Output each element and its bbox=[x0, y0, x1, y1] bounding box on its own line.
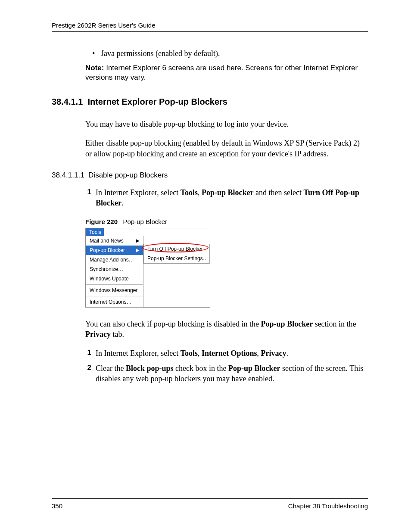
menu-item-label: Internet Options… bbox=[90, 299, 131, 305]
menu-item-internet-options[interactable]: Internet Options… bbox=[86, 297, 143, 307]
paragraph: You may have to disable pop-up blocking … bbox=[85, 119, 368, 129]
step-text: . bbox=[286, 349, 289, 358]
subsection-number: 38.4.1.1.1 bbox=[52, 171, 84, 179]
chevron-right-icon: ▶ bbox=[136, 248, 140, 252]
subsection-heading: 38.4.1.1.1 Disable pop-up Blockers bbox=[52, 171, 368, 180]
step-bold: Pop-up Blocker bbox=[202, 188, 254, 197]
step-bold: Privacy bbox=[261, 349, 286, 358]
figure-screenshot: Tools Mail and News ▶ Pop-up Blocker ▶ M… bbox=[85, 228, 210, 308]
menu-item-label: Pop-up Blocker bbox=[90, 247, 125, 253]
step-text: In Internet Explorer, select bbox=[96, 349, 181, 358]
step-text: check box in the bbox=[174, 364, 228, 373]
menu-item-label: Manage Add-ons… bbox=[90, 257, 134, 263]
menu-item-mail-news[interactable]: Mail and News ▶ bbox=[86, 236, 143, 246]
step-text: and then select bbox=[254, 188, 304, 197]
menu-item-label: Windows Messenger bbox=[90, 287, 137, 293]
chapter-label: Chapter 38 Troubleshooting bbox=[288, 502, 368, 510]
step-number: 2 bbox=[85, 363, 91, 384]
step-text: Clear the bbox=[96, 364, 126, 373]
menu-item-label: Synchronize… bbox=[90, 266, 123, 272]
figure-number: Figure 220 bbox=[85, 218, 118, 225]
menu-item-label: Turn Off Pop-up Blocker bbox=[147, 246, 203, 252]
bullet-item: • Java permissions (enabled by default). bbox=[85, 49, 368, 58]
section-number: 38.4.1.1 bbox=[52, 97, 83, 106]
menu-item-windows-update[interactable]: Windows Update bbox=[86, 274, 143, 283]
step-item: 2 Clear the Block pop-ups check box in t… bbox=[85, 363, 368, 384]
step-number: 1 bbox=[85, 348, 91, 358]
menu-item-windows-messenger[interactable]: Windows Messenger bbox=[86, 286, 143, 295]
note-label: Note: bbox=[85, 64, 104, 72]
step-body: In Internet Explorer, select Tools, Inte… bbox=[96, 348, 368, 358]
bullet-text: Java permissions (enabled by default). bbox=[101, 49, 220, 58]
menu-separator bbox=[86, 296, 143, 296]
step-bold: Tools bbox=[181, 349, 198, 358]
step-body: Clear the Block pop-ups check box in the… bbox=[96, 363, 368, 384]
paragraph: You can also check if pop-up blocking is… bbox=[85, 319, 368, 340]
page-number: 350 bbox=[52, 502, 62, 510]
page-footer: 350 Chapter 38 Troubleshooting bbox=[52, 498, 368, 510]
chevron-right-icon: ▶ bbox=[136, 238, 140, 243]
step-text: . bbox=[121, 199, 124, 207]
menu-item-manage-addons[interactable]: Manage Add-ons… bbox=[86, 255, 143, 264]
menu-item-popup-blocker[interactable]: Pop-up Blocker ▶ bbox=[86, 246, 143, 255]
menu-item-label: Mail and News bbox=[90, 238, 124, 244]
paragraph-bold: Pop-up Blocker bbox=[261, 320, 313, 328]
paragraph-bold: Privacy bbox=[85, 330, 111, 339]
figure-title: Pop-up Blocker bbox=[123, 218, 168, 225]
menu-separator bbox=[86, 284, 143, 285]
step-item: 1 In Internet Explorer, select Tools, In… bbox=[85, 348, 368, 358]
step-text: , bbox=[198, 188, 202, 197]
submenu-item-turn-off[interactable]: Turn Off Pop-up Blocker bbox=[144, 244, 209, 254]
note-block: Note: Internet Explorer 6 screens are us… bbox=[85, 63, 368, 82]
bullet-dot-icon: • bbox=[92, 49, 97, 58]
menu-item-label: Pop-up Blocker Settings… bbox=[147, 255, 208, 261]
popup-blocker-submenu: Turn Off Pop-up Blocker Pop-up Blocker S… bbox=[143, 244, 210, 264]
note-text: Internet Explorer 6 screens are used her… bbox=[85, 64, 358, 81]
step-bold: Block pop-ups bbox=[126, 364, 174, 373]
step-text: In Internet Explorer, select bbox=[96, 188, 181, 197]
step-number: 1 bbox=[85, 187, 91, 208]
section-heading: 38.4.1.1 Internet Explorer Pop-up Blocke… bbox=[52, 97, 368, 107]
paragraph: Either disable pop-up blocking (enabled … bbox=[85, 138, 368, 159]
step-item: 1 In Internet Explorer, select Tools, Po… bbox=[85, 187, 368, 208]
tools-dropdown: Mail and News ▶ Pop-up Blocker ▶ Manage … bbox=[86, 236, 143, 307]
submenu-item-settings[interactable]: Pop-up Blocker Settings… bbox=[144, 254, 209, 263]
menu-item-label: Windows Update bbox=[90, 276, 129, 282]
step-text: , bbox=[257, 349, 261, 358]
step-body: In Internet Explorer, select Tools, Pop-… bbox=[96, 187, 368, 208]
step-bold: Tools bbox=[181, 188, 198, 197]
paragraph-text: section in the bbox=[313, 320, 356, 328]
page-header: Prestige 2602R Series User's Guide bbox=[52, 22, 368, 32]
step-bold: Internet Options bbox=[202, 349, 257, 358]
tools-menu-button[interactable]: Tools bbox=[86, 228, 104, 236]
figure-caption: Figure 220 Pop-up Blocker bbox=[85, 218, 368, 225]
menu-item-synchronize[interactable]: Synchronize… bbox=[86, 264, 143, 274]
paragraph-text: tab. bbox=[111, 330, 124, 339]
section-title: Internet Explorer Pop-up Blockers bbox=[87, 97, 227, 106]
paragraph-text: You can also check if pop-up blocking is… bbox=[85, 320, 261, 328]
step-bold: Pop-up Blocker bbox=[228, 364, 280, 373]
step-text: , bbox=[198, 349, 202, 358]
subsection-title: Disable pop-up Blockers bbox=[88, 171, 168, 179]
